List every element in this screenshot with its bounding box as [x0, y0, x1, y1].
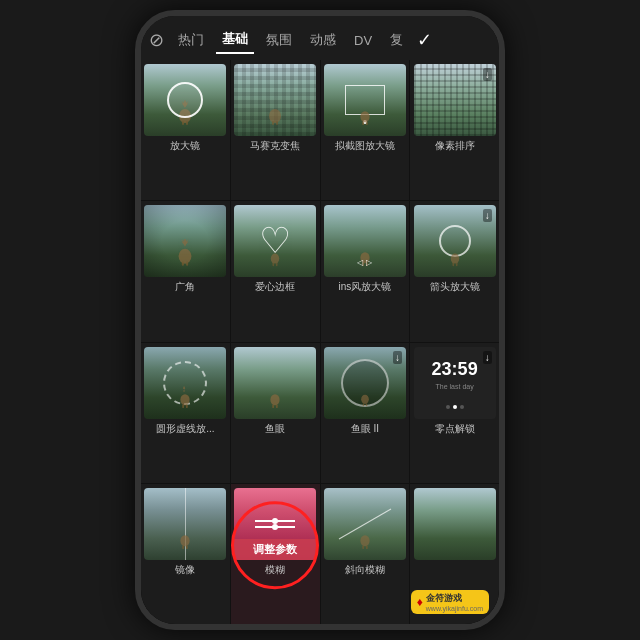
svg-point-9: [179, 249, 192, 264]
effect-mirror-thumb: [144, 488, 226, 560]
svg-rect-29: [366, 403, 368, 406]
nav-item-hot[interactable]: 热门: [172, 27, 210, 53]
effect-mosaic[interactable]: 马赛克变焦: [231, 60, 320, 200]
effect-empty-thumb: [414, 488, 496, 560]
svg-rect-20: [455, 263, 457, 266]
effect-heart-label: 爱心边框: [255, 281, 295, 293]
effect-fisheye2-label: 鱼眼 II: [351, 423, 379, 435]
nav-cancel-icon[interactable]: ⊘: [149, 29, 164, 51]
clock-dots: [446, 405, 464, 409]
effect-arrow-zoom-thumb: ↓: [414, 205, 496, 277]
effect-crop-zoom-label: 拟截图放大镜: [335, 140, 395, 152]
effect-mosaic-label: 马赛克变焦: [250, 140, 300, 152]
svg-rect-19: [452, 263, 454, 266]
svg-rect-32: [186, 545, 188, 549]
svg-rect-14: [276, 263, 278, 266]
svg-rect-28: [363, 403, 365, 406]
effect-ins-thumb: ◁▷: [324, 205, 406, 277]
watermark-text-block: 金符游戏 www.yikajinfu.com: [426, 592, 483, 612]
download-icon: ↓: [483, 68, 492, 81]
effect-pixel-label: 像素排序: [435, 140, 475, 152]
nav-item-atmosphere[interactable]: 氛围: [260, 27, 298, 53]
download-arrow-icon: ↓: [483, 209, 492, 222]
svg-point-3: [269, 109, 281, 123]
svg-rect-23: [186, 404, 188, 408]
watermark: ♦ 金符游戏 www.yikajinfu.com: [411, 590, 489, 614]
effect-ins[interactable]: ◁▷ ins风放大镜: [321, 201, 410, 341]
watermark-icon: ♦: [417, 595, 423, 609]
watermark-title: 金符游戏: [426, 592, 483, 605]
nav-item-dv[interactable]: DV: [348, 29, 378, 52]
svg-rect-35: [366, 545, 368, 549]
svg-rect-5: [276, 121, 278, 125]
svg-rect-10: [182, 262, 184, 266]
effect-skew-label: 斜向模糊: [345, 564, 385, 576]
svg-rect-4: [272, 121, 274, 125]
svg-point-30: [181, 535, 190, 546]
effect-mirror[interactable]: 镜像: [141, 484, 230, 624]
svg-rect-31: [183, 545, 185, 549]
svg-rect-8: [366, 121, 368, 125]
effect-heart[interactable]: ♡ 爱心边框: [231, 201, 320, 341]
effect-arrow-zoom-label: 箭头放大镜: [430, 281, 480, 293]
effect-fisheye2-thumb: ↓: [324, 347, 406, 419]
effect-circle-vr-label: 圆形虚线放...: [156, 423, 214, 435]
effect-wide[interactable]: 广角: [141, 201, 230, 341]
svg-point-18: [450, 254, 458, 264]
effect-magnify-label: 放大镜: [170, 140, 200, 152]
effect-unlock-thumb: ↓ 23:59 The last day: [414, 347, 496, 419]
effect-mosaic-thumb: [234, 64, 316, 136]
svg-rect-26: [276, 404, 278, 408]
effect-blur-thumb: 调整参数: [234, 488, 316, 560]
effect-fisheye-label: 鱼眼: [265, 423, 285, 435]
svg-rect-2: [186, 121, 188, 125]
effects-grid: 放大镜 马赛克变焦: [141, 60, 499, 624]
effect-wide-thumb: [144, 205, 226, 277]
effect-circle-vr[interactable]: 圆形虚线放...: [141, 343, 230, 483]
effect-fisheye-thumb: [234, 347, 316, 419]
nav-item-basic[interactable]: 基础: [216, 26, 254, 54]
svg-point-24: [271, 394, 280, 405]
svg-point-21: [181, 394, 190, 405]
effect-pixel-thumb: ↓: [414, 64, 496, 136]
effect-fisheye[interactable]: 鱼眼: [231, 343, 320, 483]
effect-magnify-thumb: [144, 64, 226, 136]
download-icon-2: ↓: [393, 351, 402, 364]
effect-unlock-label: 零点解锁: [435, 423, 475, 435]
top-nav: ⊘ 热门 基础 氛围 动感 DV 复 ✓: [141, 16, 499, 60]
effect-crop-zoom-thumb: [324, 64, 406, 136]
effect-heart-thumb: ♡: [234, 205, 316, 277]
effect-ins-label: ins风放大镜: [338, 281, 391, 293]
svg-rect-13: [273, 263, 275, 266]
effect-circle-vr-thumb: [144, 347, 226, 419]
effect-unlock[interactable]: ↓ 23:59 The last day 零点解锁: [410, 343, 499, 483]
phone-screen: ⊘ 热门 基础 氛围 动感 DV 复 ✓: [141, 16, 499, 624]
nav-confirm-icon[interactable]: ✓: [417, 29, 432, 51]
blur-controls: [255, 520, 295, 528]
effect-pixel[interactable]: ↓ 像素排序: [410, 60, 499, 200]
svg-rect-7: [362, 121, 364, 125]
effect-fisheye2[interactable]: ↓ 鱼眼 II: [321, 343, 410, 483]
svg-rect-22: [183, 404, 185, 408]
effect-magnify[interactable]: 放大镜: [141, 60, 230, 200]
effect-blur-label: 模糊: [265, 564, 285, 576]
clock-time: 23:59: [432, 359, 478, 380]
effect-skew[interactable]: 斜向模糊: [321, 484, 410, 624]
effect-crop-zoom[interactable]: 拟截图放大镜: [321, 60, 410, 200]
blur-overlay-text: 调整参数: [234, 539, 316, 560]
svg-rect-25: [272, 404, 274, 408]
effect-skew-thumb: [324, 488, 406, 560]
svg-point-27: [361, 394, 369, 403]
svg-point-12: [271, 254, 279, 264]
svg-rect-34: [362, 545, 364, 549]
nav-item-more[interactable]: 复: [384, 27, 409, 53]
nav-item-dynamic[interactable]: 动感: [304, 27, 342, 53]
ins-arrows: ◁▷: [357, 258, 372, 267]
clock-subtitle: The last day: [436, 383, 474, 390]
download-icon-3: ↓: [483, 351, 492, 364]
effect-arrow-zoom[interactable]: ↓ 箭头放大镜: [410, 201, 499, 341]
effect-wide-label: 广角: [175, 281, 195, 293]
effect-blur[interactable]: 调整参数 模糊: [231, 484, 320, 624]
phone-frame: ⊘ 热门 基础 氛围 动感 DV 复 ✓: [135, 10, 505, 630]
effect-mirror-label: 镜像: [175, 564, 195, 576]
